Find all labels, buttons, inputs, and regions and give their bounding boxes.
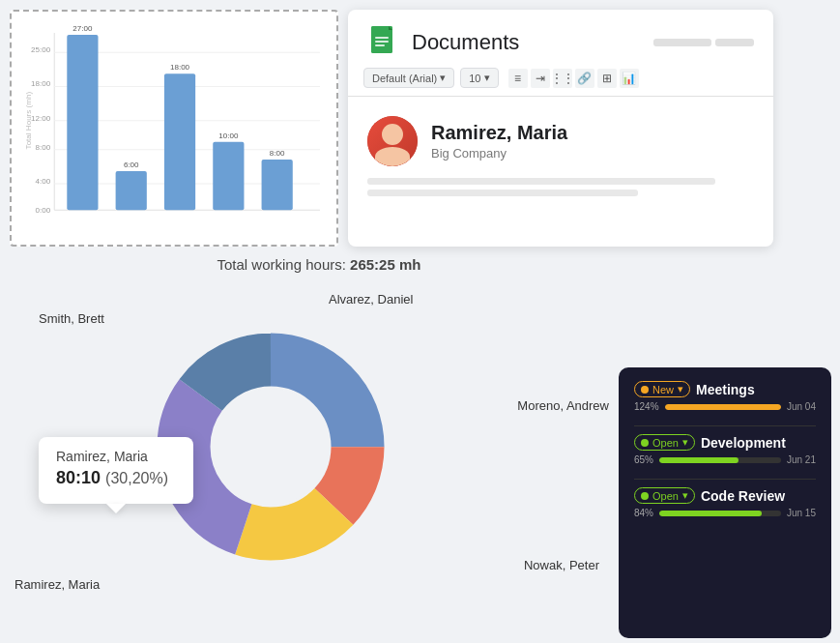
tooltip-arrow	[106, 504, 126, 513]
doc-title: Documents	[412, 30, 519, 55]
task-pct-cr: 84%	[634, 508, 653, 518]
status-arrow-open-cr: ▾	[682, 489, 688, 502]
svg-rect-20	[164, 73, 195, 210]
donut-container: Alvarez, Daniel Moreno, Andrew Nowak, Pe…	[10, 282, 628, 611]
font-size: 10	[469, 73, 480, 84]
columns-icon[interactable]: ⋮⋮	[553, 69, 572, 88]
doc-content-lines	[348, 178, 773, 196]
task-name-codereview: Code Review	[701, 488, 785, 504]
task-meetings: New ▾ Meetings 124% Jun 04	[634, 381, 816, 412]
status-dot-new	[641, 386, 649, 394]
donut-title: Total working hours: 265:25 mh	[10, 256, 628, 273]
donut-section: Total working hours: 265:25 mh Alvarez, …	[10, 256, 628, 624]
status-arrow-open-dev: ▾	[682, 436, 688, 449]
font-selector[interactable]: Default (Arial) ▾	[363, 68, 454, 88]
status-label-new: New	[652, 384, 674, 395]
svg-text:27:00: 27:00	[72, 24, 93, 33]
svg-text:10:00: 10:00	[218, 132, 239, 140]
svg-rect-26	[262, 160, 293, 210]
svg-rect-31	[375, 37, 389, 39]
task-status-open-dev[interactable]: Open ▾	[634, 434, 695, 451]
content-line-2	[367, 190, 638, 196]
task-pct-dev: 65%	[634, 454, 653, 465]
avatar	[367, 116, 418, 166]
svg-rect-14	[67, 35, 98, 210]
svg-rect-23	[213, 142, 244, 210]
docs-icon	[367, 25, 402, 60]
align-icon[interactable]: ≡	[508, 69, 528, 88]
svg-rect-32	[375, 41, 389, 43]
svg-text:6:00: 6:00	[124, 161, 139, 169]
task-pct-meetings: 124%	[634, 401, 659, 412]
label-smith: Smith, Brett	[39, 311, 104, 326]
progress-bar-cr	[659, 511, 781, 516]
task-name-development: Development	[701, 435, 786, 451]
divider-1	[634, 425, 816, 426]
indent-icon[interactable]: ⇥	[531, 69, 550, 88]
task-codereview: Open ▾ Code Review 84% Jun 15	[634, 487, 816, 518]
documents-card: Documents Default (Arial) ▾ 10 ▾ ≡ ⇥ ⋮⋮ …	[348, 10, 773, 247]
svg-text:18:00: 18:00	[31, 79, 51, 88]
svg-text:Total Hours (mh): Total Hours (mh)	[24, 92, 33, 150]
donut-tooltip: Ramirez, Maria 80:10 (30,20%)	[39, 437, 193, 504]
task-name-meetings: Meetings	[696, 382, 755, 397]
svg-text:18:00: 18:00	[170, 63, 190, 72]
content-line-1	[367, 178, 715, 185]
tooltip-value: 80:10 (30,20%)	[56, 468, 176, 488]
svg-text:12:00: 12:00	[31, 114, 51, 123]
svg-text:4:00: 4:00	[36, 177, 51, 186]
font-name: Default (Arial)	[372, 73, 437, 84]
svg-text:25:00: 25:00	[31, 45, 51, 54]
task-date-dev: Jun 21	[787, 454, 816, 465]
progress-fill-meetings	[665, 404, 781, 410]
label-moreno: Moreno, Andrew	[517, 398, 609, 413]
progress-bar-meetings	[665, 404, 781, 410]
task-status-new[interactable]: New ▾	[634, 381, 690, 397]
svg-rect-17	[116, 171, 147, 210]
svg-point-39	[213, 389, 329, 505]
progress-bar-dev	[659, 457, 781, 463]
progress-fill-dev	[659, 457, 739, 463]
task-date-meetings: Jun 04	[787, 401, 816, 412]
tooltip-name: Ramirez, Maria	[56, 449, 176, 464]
status-label-open-dev: Open	[652, 437, 679, 449]
size-arrow: ▾	[484, 72, 490, 84]
profile-name: Ramirez, Maria	[431, 122, 567, 144]
svg-text:8:00: 8:00	[36, 143, 51, 152]
bar-chart-svg: 0:00 4:00 8:00 12:00 18:00 25:00 Total H…	[23, 23, 325, 218]
status-label-open-cr: Open	[652, 490, 679, 502]
progress-fill-cr	[659, 511, 762, 516]
divider-2	[634, 479, 816, 480]
status-dot-open-cr	[641, 492, 649, 500]
chart-icon[interactable]: 📊	[620, 69, 639, 88]
profile-company: Big Company	[431, 146, 567, 161]
task-date-cr: Jun 15	[787, 508, 816, 518]
svg-rect-30	[371, 26, 392, 53]
bar-chart-card: 0:00 4:00 8:00 12:00 18:00 25:00 Total H…	[10, 10, 338, 247]
svg-text:8:00: 8:00	[270, 149, 285, 158]
doc-header: Documents	[348, 10, 773, 68]
font-size-selector[interactable]: 10 ▾	[460, 68, 498, 88]
tasks-card: New ▾ Meetings 124% Jun 04 Open ▾ Develo…	[619, 367, 831, 638]
total-hours: 265:25 mh	[350, 256, 420, 273]
insert-icon[interactable]: ⊞	[597, 69, 617, 88]
dropdown-arrow: ▾	[440, 72, 446, 84]
doc-profile: Ramirez, Maria Big Company	[348, 104, 773, 178]
link-icon[interactable]: 🔗	[575, 69, 594, 88]
svg-text:0:00: 0:00	[36, 206, 51, 215]
status-dot-open-dev	[641, 439, 649, 447]
label-alvarez: Alvarez, Daniel	[329, 292, 413, 307]
task-status-open-cr[interactable]: Open ▾	[634, 487, 695, 504]
label-nowak: Nowak, Peter	[524, 558, 599, 572]
task-development: Open ▾ Development 65% Jun 21	[634, 434, 816, 465]
label-ramirez: Ramirez, Maria	[14, 577, 100, 592]
svg-rect-33	[375, 44, 385, 46]
tooltip-pct: (30,20%)	[105, 470, 168, 486]
status-arrow-new: ▾	[678, 383, 683, 395]
